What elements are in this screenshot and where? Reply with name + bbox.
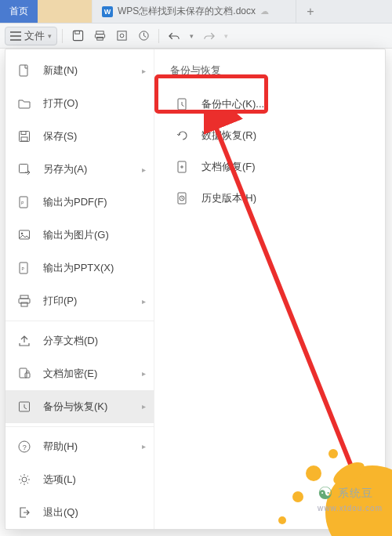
image-icon xyxy=(16,227,32,243)
chevron-right-icon: ▸ xyxy=(142,442,146,451)
menu-item-share[interactable]: 分享文档(D) xyxy=(5,324,154,357)
menu-item-label: 文档加密(E) xyxy=(43,367,97,381)
backup-icon xyxy=(16,399,32,415)
exit-icon xyxy=(16,505,32,520)
tab-document[interactable]: W WPS怎样找到未保存的文档.docx ☁ xyxy=(93,0,296,23)
chevron-right-icon: ▸ xyxy=(142,369,146,378)
toolbar: 文件 ▾ ▾ ▾ xyxy=(0,24,392,49)
svg-rect-23 xyxy=(25,373,30,378)
svg-text:P: P xyxy=(22,266,25,271)
help-icon: ? xyxy=(16,439,32,455)
tab-new[interactable]: + xyxy=(296,0,325,23)
svg-rect-19 xyxy=(20,295,28,299)
tab-bar: 首页 W WPS怎样找到未保存的文档.docx ☁ + xyxy=(0,0,392,24)
svg-point-16 xyxy=(21,233,24,235)
tab-home[interactable]: 首页 xyxy=(0,0,38,23)
annotation-highlight-box xyxy=(154,74,268,114)
menu-item-encrypt[interactable]: 文档加密(E) ▸ xyxy=(5,357,154,390)
svg-rect-15 xyxy=(20,230,30,239)
menu-item-label: 退出(Q) xyxy=(43,505,78,520)
svg-text:P: P xyxy=(21,201,24,205)
hamburger-icon xyxy=(10,31,21,41)
menu-item-open[interactable]: 打开(O) xyxy=(5,87,154,120)
save-icon xyxy=(16,129,32,144)
menu-item-label: 打印(P) xyxy=(43,294,77,308)
svg-rect-10 xyxy=(21,132,26,135)
chevron-right-icon: ▸ xyxy=(142,165,146,174)
decorative-splash xyxy=(259,426,392,536)
chevron-right-icon: ▸ xyxy=(142,297,146,306)
undo-button[interactable] xyxy=(164,27,184,45)
svg-point-34 xyxy=(306,465,321,481)
menu-item-export-pdf[interactable]: P 输出为PDF(F) xyxy=(5,186,154,219)
file-menu-list: 新建(N) ▸ 打开(O) 保存(S) 另存为(A) ▸ P 输出为PDF(F)… xyxy=(5,49,154,529)
menu-divider xyxy=(5,426,154,427)
gear-icon xyxy=(16,472,32,487)
svg-point-35 xyxy=(292,491,303,502)
submenu-item-data-recover[interactable]: 数据恢复(R) xyxy=(170,120,369,151)
menu-item-new[interactable]: 新建(N) ▸ xyxy=(5,54,154,87)
undo-dropdown[interactable]: ▾ xyxy=(186,27,197,45)
menu-item-help[interactable]: ? 帮助(H) ▸ xyxy=(5,430,154,463)
chevron-right-icon: ▸ xyxy=(142,67,146,75)
plus-icon: + xyxy=(307,5,314,19)
svg-rect-0 xyxy=(73,31,82,40)
svg-text:?: ? xyxy=(23,444,27,451)
file-menu-button[interactable]: 文件 ▾ xyxy=(5,27,57,45)
save-button[interactable] xyxy=(67,27,88,45)
share-icon xyxy=(16,333,32,349)
watermark: ☯ 系统豆 www.xtdou.com xyxy=(318,483,383,512)
print-icon xyxy=(16,293,32,309)
submenu-item-history[interactable]: 历史版本(H) xyxy=(170,183,369,214)
menu-item-save[interactable]: 保存(S) xyxy=(5,120,154,153)
redo-button[interactable] xyxy=(198,27,219,45)
svg-rect-11 xyxy=(21,137,27,141)
menu-item-label: 选项(L) xyxy=(43,473,76,487)
menu-item-label: 输出为PPTX(X) xyxy=(43,261,114,275)
menu-item-backup-restore[interactable]: 备份与恢复(K) ▸ xyxy=(5,390,154,423)
svg-point-37 xyxy=(278,516,286,524)
svg-rect-12 xyxy=(20,165,28,173)
tool-button-4[interactable] xyxy=(133,27,154,45)
chevron-down-icon: ▾ xyxy=(48,32,52,40)
menu-item-exit[interactable]: 退出(Q) xyxy=(5,496,154,529)
file-menu-label: 文件 xyxy=(24,29,45,43)
svg-rect-8 xyxy=(20,65,27,76)
menu-item-export-pptx[interactable]: P 输出为PPTX(X) xyxy=(5,252,154,284)
svg-rect-9 xyxy=(20,132,30,142)
menu-item-label: 帮助(H) xyxy=(43,440,78,454)
ppt-icon: P xyxy=(16,260,32,276)
menu-item-saveas[interactable]: 另存为(A) ▸ xyxy=(5,153,154,186)
svg-rect-2 xyxy=(96,31,103,34)
menu-item-options[interactable]: 选项(L) xyxy=(5,463,154,496)
submenu-item-doc-repair[interactable]: 文档修复(F) xyxy=(170,151,369,183)
word-icon: W xyxy=(102,6,113,17)
submenu-item-label: 数据恢复(R) xyxy=(201,129,256,143)
pdf-icon: P xyxy=(16,194,32,210)
svg-point-6 xyxy=(120,34,124,38)
submenu-item-label: 文档修复(F) xyxy=(201,160,256,174)
svg-rect-5 xyxy=(117,31,125,40)
saveas-icon xyxy=(16,161,32,177)
tab-document-title: WPS怎样找到未保存的文档.docx xyxy=(118,5,256,18)
cloud-icon: ☁ xyxy=(260,6,269,16)
menu-item-print[interactable]: 打印(P) ▸ xyxy=(5,284,154,317)
svg-point-36 xyxy=(328,449,338,458)
repair-icon xyxy=(175,159,191,175)
new-file-icon xyxy=(16,63,32,78)
recover-icon xyxy=(175,128,191,143)
menu-item-label: 打开(O) xyxy=(43,96,78,110)
tab-unknown[interactable] xyxy=(38,0,93,23)
menu-item-label: 输出为PDF(F) xyxy=(43,195,107,209)
menu-item-label: 另存为(A) xyxy=(43,162,87,176)
folder-open-icon xyxy=(16,96,32,111)
history-icon xyxy=(175,190,191,206)
menu-divider xyxy=(5,321,154,321)
print-preview-button[interactable] xyxy=(111,27,132,45)
print-button[interactable] xyxy=(89,27,110,45)
toolbar-separator xyxy=(62,29,63,43)
watermark-text: 系统豆 xyxy=(338,487,373,499)
menu-item-label: 输出为图片(G) xyxy=(43,228,109,242)
menu-item-export-image[interactable]: 输出为图片(G) xyxy=(5,219,154,252)
redo-dropdown[interactable]: ▾ xyxy=(220,27,231,45)
